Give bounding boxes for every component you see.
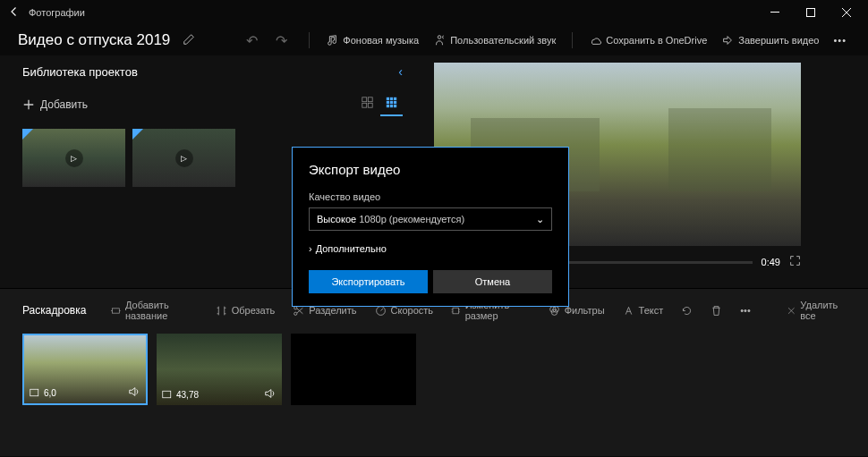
library-title: Библиотека проектов [22,65,138,79]
svg-rect-12 [394,101,396,104]
svg-rect-15 [394,105,396,107]
svg-rect-25 [163,391,171,398]
custom-audio-button[interactable]: Пользовательский звук [430,30,559,50]
svg-point-2 [438,36,441,39]
svg-rect-7 [387,97,389,100]
collapse-library-icon[interactable]: ‹ [398,64,403,79]
redo-button[interactable]: ↷ [276,32,287,49]
trim-button[interactable]: Обрезать [216,305,276,317]
add-label: Добавить [40,98,88,111]
svg-rect-24 [30,389,38,396]
background-music-button[interactable]: Фоновая музыка [322,30,422,50]
chevron-right-icon: › [309,243,312,254]
toolbar: Видео с отпуска 2019 ↶ ↷ Фоновая музыка … [0,25,868,55]
grid-view-large-button[interactable] [380,93,403,116]
add-title-button[interactable]: Добавить название [111,300,197,321]
export-button[interactable]: Экспортировать [309,270,428,293]
play-icon: ▷ [65,149,83,167]
maximize-button[interactable] [793,0,829,25]
svg-rect-14 [390,105,393,107]
svg-rect-8 [390,97,393,100]
library-thumb[interactable]: ▷ [132,129,235,187]
back-button[interactable] [4,6,25,20]
storyboard-clip-empty[interactable] [291,334,416,405]
storyboard-clip[interactable]: 6,0 [22,334,148,405]
export-modal: Экспорт видео Качество видео Высокое 108… [292,147,569,307]
volume-icon[interactable] [264,387,277,402]
finish-video-button[interactable]: Завершить видео [718,30,822,50]
svg-rect-16 [113,308,120,312]
more-storyboard-button[interactable]: ••• [740,305,751,316]
svg-rect-4 [368,97,372,102]
more-button[interactable]: ••• [830,31,850,49]
svg-rect-3 [362,97,367,102]
svg-rect-13 [387,105,389,107]
storyboard: Раскадровка Добавить название Обрезать Р… [0,288,868,456]
delete-all-button[interactable]: Удалить все [787,300,846,321]
bgmusic-label: Фоновая музыка [343,35,419,46]
quality-label: Качество видео [309,191,552,202]
svg-point-18 [294,312,297,315]
close-button[interactable] [829,0,864,25]
rotate-button[interactable] [681,305,693,317]
modal-title: Экспорт видео [309,162,552,177]
minimize-button[interactable] [757,0,793,25]
grid-view-small-button[interactable] [356,93,379,116]
play-icon: ▷ [175,149,193,167]
storyboard-title: Раскадровка [22,304,86,317]
cancel-button[interactable]: Отмена [433,270,552,293]
advanced-toggle[interactable]: › Дополнительно [309,243,552,254]
app-title: Фотографии [29,7,85,18]
finish-label: Завершить видео [738,35,819,46]
library-thumb[interactable]: ▷ [22,129,125,187]
onedrive-label: Сохранить в OneDrive [606,35,707,46]
fullscreen-icon[interactable] [789,255,801,269]
storyboard-clip[interactable]: 43,78 [157,334,282,405]
svg-rect-9 [394,97,396,100]
svg-rect-10 [387,101,389,104]
add-media-button[interactable]: Добавить [22,98,88,111]
customaudio-label: Пользовательский звук [450,35,556,46]
svg-rect-20 [453,308,459,314]
undo-button[interactable]: ↶ [246,32,258,49]
svg-rect-11 [390,101,393,104]
volume-icon[interactable] [128,385,140,400]
svg-rect-6 [368,103,372,107]
quality-select[interactable]: Высокое 1080p (рекомендуется) ⌄ [309,207,552,231]
duration-label: 0:49 [762,257,780,267]
text-button[interactable]: Текст [623,305,664,317]
svg-rect-0 [770,12,779,13]
delete-button[interactable] [711,305,722,317]
project-title: Видео с отпуска 2019 [18,31,170,49]
onedrive-button[interactable]: Сохранить в OneDrive [585,30,711,50]
svg-rect-1 [807,9,815,17]
titlebar: Фотографии [0,0,868,25]
edit-title-icon[interactable] [183,33,195,48]
chevron-down-icon: ⌄ [536,214,544,225]
svg-rect-5 [362,103,367,107]
